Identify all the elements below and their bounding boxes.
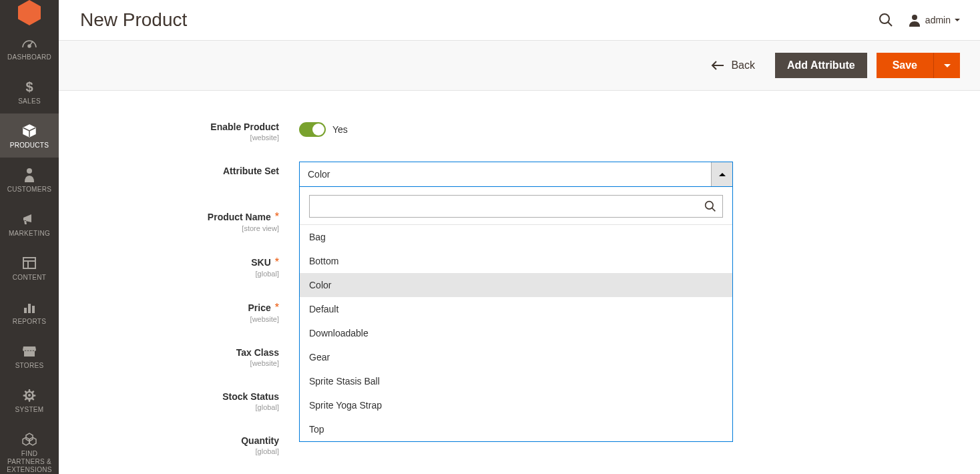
sidebar-item-system[interactable]: SYSTEM bbox=[0, 378, 59, 422]
required-mark: * bbox=[275, 256, 279, 268]
sidebar-item-content[interactable]: CONTENT bbox=[0, 246, 59, 290]
toggle-value: Yes bbox=[332, 124, 348, 135]
user-icon bbox=[908, 13, 921, 27]
dropdown-item[interactable]: Color bbox=[300, 273, 732, 297]
page-title: New Product bbox=[80, 9, 879, 31]
dropdown-item[interactable]: Sprite Stasis Ball bbox=[300, 369, 732, 393]
svg-point-14 bbox=[706, 202, 713, 209]
scope-label: [website] bbox=[79, 315, 279, 323]
logo[interactable] bbox=[0, 0, 59, 25]
bar-chart-icon bbox=[23, 298, 36, 316]
svg-point-12 bbox=[912, 15, 917, 20]
main: New Product admin Back bbox=[59, 0, 980, 474]
scope-label: [website] bbox=[79, 134, 279, 142]
dropdown-item[interactable]: Sprite Yoga Strap bbox=[300, 393, 732, 417]
sidebar-item-stores[interactable]: STORES bbox=[0, 334, 59, 378]
enable-product-label: Enable Product bbox=[210, 122, 279, 132]
svg-rect-4 bbox=[23, 258, 35, 268]
quantity-label: Quantity bbox=[241, 435, 279, 446]
required-mark: * bbox=[275, 302, 279, 313]
sidebar-item-dashboard[interactable]: DASHBOARD bbox=[0, 25, 59, 69]
sidebar-item-marketing[interactable]: MARKETING bbox=[0, 202, 59, 246]
select-toggle[interactable] bbox=[711, 162, 732, 186]
sidebar-item-label: PRODUCTS bbox=[10, 142, 49, 150]
dropdown-item[interactable]: Bag bbox=[300, 225, 732, 249]
attribute-set-select[interactable]: Color bbox=[299, 162, 733, 187]
back-label: Back bbox=[731, 59, 755, 71]
scope-label: [store view] bbox=[79, 224, 279, 232]
svg-point-3 bbox=[27, 168, 32, 174]
sidebar-item-reports[interactable]: REPORTS bbox=[0, 290, 59, 334]
toolbar: Back Add Attribute Save bbox=[59, 41, 980, 91]
sidebar-item-partners[interactable]: FIND PARTNERS & EXTENSIONS bbox=[0, 422, 59, 474]
storefront-icon bbox=[22, 342, 37, 361]
partners-icon bbox=[22, 430, 37, 449]
scope-label: [global] bbox=[79, 447, 279, 455]
sidebar-item-label: CONTENT bbox=[13, 274, 46, 282]
back-button[interactable]: Back bbox=[711, 59, 755, 71]
tax-class-label: Tax Class bbox=[236, 347, 279, 358]
layout-icon bbox=[23, 254, 36, 272]
box-icon bbox=[22, 122, 37, 140]
gear-icon bbox=[23, 386, 36, 405]
sidebar: DASHBOARD $ SALES PRODUCTS CUSTOMERS MAR… bbox=[0, 0, 59, 474]
form-content: Enable Product [website] Yes Attribute S… bbox=[59, 91, 980, 474]
sidebar-item-sales[interactable]: $ SALES bbox=[0, 69, 59, 113]
sidebar-item-products[interactable]: PRODUCTS bbox=[0, 113, 59, 158]
price-label: Price bbox=[248, 302, 271, 313]
svg-line-11 bbox=[888, 22, 892, 26]
dropdown-item[interactable]: Downloadable bbox=[300, 321, 732, 345]
svg-rect-9 bbox=[32, 306, 35, 313]
dropdown-search-input[interactable] bbox=[310, 201, 698, 212]
required-mark: * bbox=[275, 211, 279, 222]
sidebar-item-label: STORES bbox=[15, 362, 44, 370]
dropdown-item[interactable]: Top bbox=[300, 417, 732, 441]
sidebar-item-label: SYSTEM bbox=[15, 406, 44, 414]
admin-label: admin bbox=[925, 15, 951, 25]
chevron-up-icon bbox=[719, 173, 726, 176]
svg-rect-8 bbox=[28, 304, 31, 313]
attribute-set-dropdown: Bag Bottom Color Default Downloadable Ge… bbox=[299, 187, 733, 442]
megaphone-icon bbox=[22, 210, 37, 228]
dropdown-item[interactable]: Bottom bbox=[300, 249, 732, 273]
svg-text:$: $ bbox=[25, 79, 33, 94]
dropdown-search bbox=[309, 195, 723, 218]
chevron-down-icon bbox=[955, 19, 960, 21]
admin-account-menu[interactable]: admin bbox=[908, 13, 960, 27]
select-selected-value: Color bbox=[300, 169, 711, 180]
person-icon bbox=[24, 166, 35, 184]
product-name-label: Product Name bbox=[208, 212, 271, 222]
enable-product-toggle[interactable] bbox=[299, 122, 326, 137]
search-icon[interactable] bbox=[698, 200, 722, 212]
save-split-button: Save bbox=[877, 53, 960, 78]
scope-label: [global] bbox=[79, 270, 279, 278]
attribute-set-label: Attribute Set bbox=[223, 166, 279, 176]
svg-line-15 bbox=[712, 208, 715, 211]
arrow-left-icon bbox=[711, 61, 724, 70]
dropdown-item[interactable]: Default bbox=[300, 297, 732, 321]
sidebar-item-label: MARKETING bbox=[9, 230, 50, 238]
save-options-toggle[interactable] bbox=[933, 53, 960, 78]
add-attribute-button[interactable]: Add Attribute bbox=[775, 53, 867, 78]
sidebar-item-customers[interactable]: CUSTOMERS bbox=[0, 158, 59, 202]
dropdown-item[interactable]: Gear bbox=[300, 345, 732, 369]
stock-status-label: Stock Status bbox=[222, 391, 279, 402]
dollar-icon: $ bbox=[25, 77, 34, 96]
save-button[interactable]: Save bbox=[877, 53, 933, 78]
sku-label: SKU bbox=[251, 257, 271, 268]
dashboard-icon bbox=[21, 33, 37, 52]
scope-label: [website] bbox=[79, 359, 279, 367]
svg-point-10 bbox=[880, 14, 889, 23]
search-icon[interactable] bbox=[879, 13, 893, 27]
scope-label: [global] bbox=[79, 403, 279, 411]
dropdown-list: Bag Bottom Color Default Downloadable Ge… bbox=[300, 224, 732, 441]
page-header: New Product admin bbox=[59, 0, 980, 41]
chevron-down-icon bbox=[944, 64, 951, 67]
sidebar-item-label: CUSTOMERS bbox=[7, 186, 51, 194]
sidebar-item-label: FIND PARTNERS & EXTENSIONS bbox=[3, 450, 56, 474]
sidebar-item-label: DASHBOARD bbox=[7, 53, 51, 61]
sidebar-item-label: SALES bbox=[18, 97, 41, 105]
sidebar-item-label: REPORTS bbox=[13, 318, 46, 326]
svg-rect-7 bbox=[24, 308, 27, 313]
